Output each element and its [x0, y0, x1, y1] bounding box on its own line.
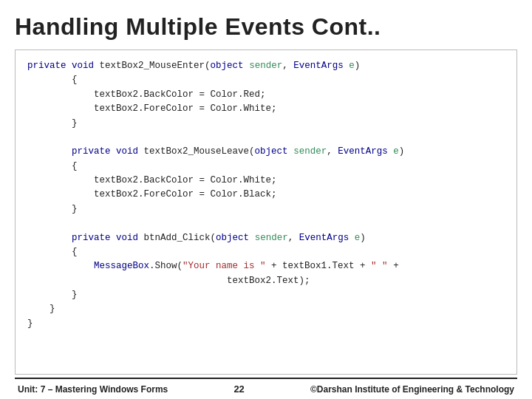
code-line: private void textBox2_MouseLeave(object … [27, 145, 505, 159]
code-line: textBox2.ForeColor = Color.White; [27, 102, 505, 116]
code-line: textBox2.ForeColor = Color.Black; [27, 188, 505, 202]
code-line: } [27, 117, 505, 131]
footer-right-text: ©Darshan Institute of Engineering & Tech… [310, 384, 514, 395]
code-line: textBox2.Text); [27, 274, 505, 288]
slide-title: Handling Multiple Events Cont.. [15, 13, 517, 41]
footer-left-text: Unit: 7 – Mastering Windows Forms [18, 384, 168, 395]
code-line: private void btnAdd_Click(object sender,… [27, 231, 505, 245]
footer-page-number: 22 [233, 383, 244, 395]
code-line: } [27, 202, 505, 216]
code-line: { [27, 73, 505, 87]
code-line: { [27, 245, 505, 259]
code-line [27, 131, 505, 145]
code-line: textBox2.BackColor = Color.White; [27, 174, 505, 188]
code-line: } [27, 288, 505, 302]
code-line: MessageBox.Show("Your name is " + textBo… [27, 259, 505, 273]
code-line: textBox2.BackColor = Color.Red; [27, 88, 505, 102]
code-box: private void textBox2_MouseEnter(object … [15, 50, 517, 375]
code-line: { [27, 160, 505, 174]
code-line: } [27, 302, 505, 316]
code-line: } [27, 317, 505, 331]
code-line [27, 216, 505, 231]
footer: Unit: 7 – Mastering Windows Forms 22 ©Da… [15, 378, 517, 399]
code-line: private void textBox2_MouseEnter(object … [27, 59, 505, 73]
slide-container: Handling Multiple Events Cont.. private … [0, 0, 532, 399]
